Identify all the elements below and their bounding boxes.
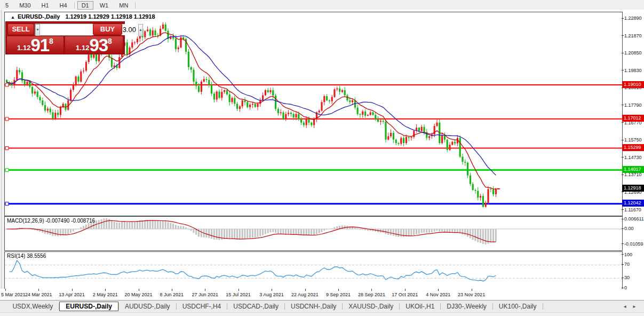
candle bbox=[474, 189, 476, 194]
macd-bar bbox=[165, 221, 166, 229]
candle bbox=[80, 69, 82, 83]
price-axis-label: 1.20850 bbox=[624, 50, 642, 56]
sell-price-display[interactable]: 1.12 91 8 bbox=[6, 36, 64, 54]
macd-indicator-panel[interactable] bbox=[4, 216, 623, 251]
macd-bar bbox=[421, 229, 423, 233]
time-axis-tick bbox=[139, 289, 139, 291]
candle bbox=[218, 90, 220, 99]
timeframe-button-M30[interactable]: M30 bbox=[15, 1, 35, 10]
timeframe-button-W1[interactable]: W1 bbox=[96, 1, 113, 10]
macd-bar bbox=[329, 229, 330, 230]
chart-tab-UK100-Daily[interactable]: UK100-,Daily bbox=[493, 302, 543, 311]
candle bbox=[408, 136, 410, 141]
candle bbox=[190, 66, 192, 73]
macd-bar bbox=[244, 229, 245, 239]
macd-bar bbox=[139, 220, 141, 229]
macd-histogram bbox=[5, 217, 622, 250]
macd-bar bbox=[160, 221, 161, 229]
macd-bar bbox=[359, 229, 361, 230]
candle bbox=[213, 92, 215, 102]
collapse-triangle-icon[interactable]: ▲ bbox=[11, 15, 15, 20]
macd-bar bbox=[434, 229, 435, 232]
timeframe-button-H1[interactable]: H1 bbox=[37, 1, 53, 10]
chart-tab-USDCAD-Daily[interactable]: USDCAD-,Daily bbox=[227, 302, 284, 311]
macd-bar bbox=[313, 229, 315, 235]
candle bbox=[39, 95, 41, 103]
candle bbox=[131, 40, 133, 49]
macd-bar bbox=[267, 229, 269, 233]
macd-bar bbox=[118, 223, 120, 229]
candle bbox=[444, 132, 446, 143]
candle bbox=[487, 186, 489, 204]
candle bbox=[70, 88, 71, 102]
macd-bar bbox=[436, 229, 438, 231]
macd-bar bbox=[316, 229, 317, 234]
macd-bar bbox=[262, 229, 264, 235]
buy-price-display[interactable]: 1.12 93 8 bbox=[65, 36, 123, 54]
candle bbox=[331, 95, 333, 104]
macd-bar bbox=[275, 229, 276, 233]
price-level-label: 1.14017 bbox=[622, 166, 644, 173]
time-axis-tick bbox=[105, 289, 106, 291]
price-level-label: 1.12918 bbox=[622, 185, 644, 192]
timeframe-toolbar: 5M30H1H4D1W1MN bbox=[0, 0, 644, 10]
candle bbox=[236, 102, 238, 112]
macd-bar bbox=[154, 220, 156, 229]
macd-bar bbox=[474, 229, 476, 241]
chart-tab-EURUSD-Daily[interactable]: EURUSD-,Daily bbox=[59, 302, 118, 311]
timeframe-button-MN[interactable]: MN bbox=[115, 1, 132, 10]
macd-bar bbox=[170, 223, 171, 229]
rsi-indicator-panel[interactable] bbox=[4, 251, 623, 289]
rsi-axis-tick bbox=[622, 278, 624, 278]
tabs-scroll-left-icon[interactable]: ◄ bbox=[623, 304, 632, 309]
candle bbox=[44, 101, 46, 112]
macd-bar bbox=[464, 229, 466, 235]
tabs-scroll-right-icon[interactable]: ► bbox=[632, 304, 642, 309]
timeframe-button-D1[interactable]: D1 bbox=[77, 1, 93, 10]
candle bbox=[83, 68, 84, 74]
candle bbox=[306, 117, 307, 129]
macd-bar bbox=[216, 229, 218, 240]
chart-tab-DJ30-Weekly[interactable]: DJ30-,Weekly bbox=[441, 302, 492, 311]
chart-tab-UKOil-H1[interactable]: UKOil-,H1 bbox=[400, 302, 440, 311]
level-line-anchor bbox=[5, 202, 9, 206]
chart-tab-USDX-Weekly[interactable]: USDX,Weekly bbox=[6, 302, 59, 311]
candle bbox=[341, 89, 343, 93]
macd-bar bbox=[431, 229, 433, 233]
candle bbox=[339, 86, 340, 95]
sell-price-big-digits: 91 bbox=[30, 37, 49, 53]
candle bbox=[180, 35, 181, 49]
candle bbox=[367, 114, 369, 116]
buy-button[interactable]: BUY bbox=[93, 23, 122, 35]
macd-bar bbox=[218, 229, 220, 240]
macd-bar bbox=[441, 229, 443, 232]
chart-title-bar: ▲EURUSD-,Daily1.12919 1.12929 1.12918 1.… bbox=[11, 13, 155, 20]
macd-bar bbox=[70, 229, 71, 233]
chart-tab-AUDUSD-Daily[interactable]: AUDUSD-,Daily bbox=[119, 302, 176, 311]
candle bbox=[21, 70, 23, 83]
candle bbox=[16, 67, 18, 81]
volume-increase-icon[interactable]: ▲ bbox=[138, 24, 143, 36]
price-level-label: 1.12042 bbox=[622, 200, 644, 207]
candle bbox=[449, 142, 450, 151]
macd-bar bbox=[326, 229, 328, 230]
timeframe-button-5[interactable]: 5 bbox=[1, 1, 13, 10]
chart-tab-USDCHF-H4[interactable]: USDCHF-,H4 bbox=[177, 302, 227, 311]
macd-bar bbox=[101, 219, 102, 229]
price-level-label: 1.17012 bbox=[622, 115, 644, 122]
chart-tab-XAUUSD-Daily[interactable]: XAUUSD-,Daily bbox=[343, 302, 399, 311]
time-axis-label: 22 Aug 2021 bbox=[291, 292, 319, 297]
candle bbox=[311, 122, 312, 127]
volume-input[interactable] bbox=[40, 24, 138, 35]
timeframe-button-H4[interactable]: H4 bbox=[55, 1, 71, 10]
candle bbox=[147, 26, 148, 32]
macd-bar bbox=[413, 229, 415, 235]
candle bbox=[193, 67, 194, 85]
volume-decrease-icon[interactable]: ▼ bbox=[35, 24, 40, 36]
chart-tab-USDCNH-Daily[interactable]: USDCNH-,Daily bbox=[285, 302, 342, 311]
macd-bar bbox=[77, 228, 79, 229]
sell-button[interactable]: SELL bbox=[7, 23, 34, 35]
time-axis-label: 28 Sep 2021 bbox=[358, 292, 385, 297]
candle bbox=[257, 102, 258, 110]
candle bbox=[397, 142, 399, 146]
